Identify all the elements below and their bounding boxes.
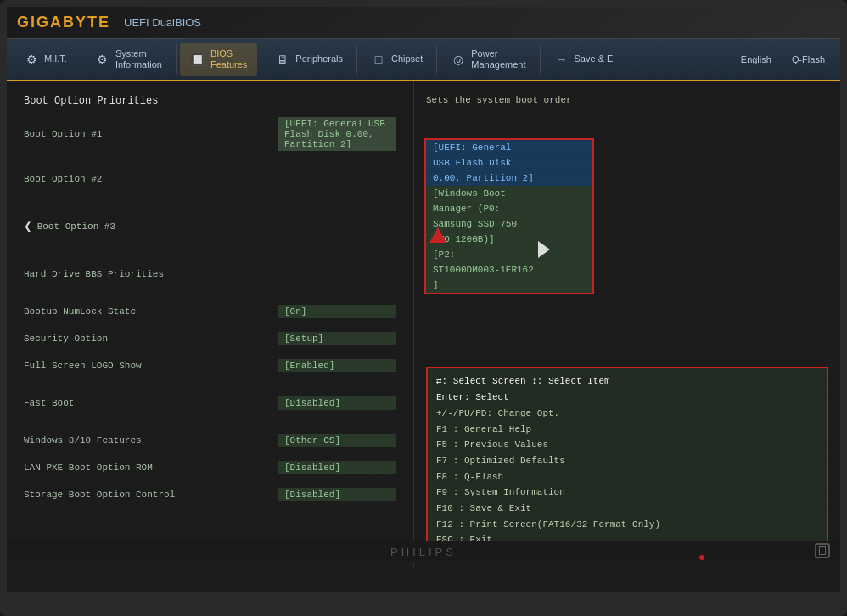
corner-icon bbox=[815, 543, 830, 558]
nav-bios[interactable]: 🔲 BIOSFeatures bbox=[180, 43, 257, 76]
nav-divider-3 bbox=[261, 44, 261, 75]
main-nav: ⚙ M.I.T. ⚙ SystemInformation 🔲 BIOSFeatu… bbox=[7, 39, 840, 81]
hint-select-screen: ⇄: Select Screen ↕: Select Item bbox=[436, 373, 818, 389]
dropdown-item-uefi[interactable]: [UEFI: General bbox=[426, 140, 592, 155]
numlock-value: [On] bbox=[278, 305, 396, 318]
back-arrow-icon[interactable]: ❮ bbox=[24, 218, 32, 235]
dropdown-item-manager[interactable]: Manager (P0: bbox=[426, 201, 592, 216]
nav-hints-container: ⇄: Select Screen ↕: Select Item Enter: S… bbox=[426, 367, 828, 555]
nav-right-items: English Q-Flash bbox=[732, 51, 833, 68]
nav-bios-label: BIOSFeatures bbox=[210, 48, 247, 70]
dropdown-item-st2[interactable]: ] bbox=[426, 277, 592, 293]
power-icon: ◎ bbox=[451, 52, 466, 67]
system-icon: ⚙ bbox=[95, 52, 110, 67]
logo-value: [Enabled] bbox=[278, 359, 396, 372]
nav-divider-5 bbox=[436, 44, 437, 75]
security-value: [Setup] bbox=[278, 332, 396, 345]
peripherals-icon: 🖥 bbox=[275, 52, 290, 67]
dropdown-item-st1[interactable]: ST1000DM003-1ER162 bbox=[426, 262, 592, 277]
nav-mit[interactable]: ⚙ M.I.T. bbox=[14, 47, 77, 72]
option-row-lanpxe[interactable]: LAN PXE Boot Option ROM [Disabled] bbox=[24, 458, 396, 477]
option-row-security[interactable]: Security Option [Setup] bbox=[24, 329, 396, 348]
hint-f5: F5 : Previous Values bbox=[436, 437, 818, 453]
spacer-8 bbox=[24, 421, 396, 431]
dropdown-item-usb[interactable]: USB Flash Disk bbox=[426, 155, 592, 171]
nav-divider-4 bbox=[356, 44, 357, 75]
right-arrow-pointer bbox=[538, 241, 550, 258]
nav-divider-2 bbox=[176, 44, 177, 75]
spacer-3 bbox=[24, 207, 396, 217]
spacer-2 bbox=[24, 197, 396, 207]
security-label: Security Option bbox=[24, 333, 278, 344]
main-content: Boot Option Priorities Boot Option #1 [U… bbox=[7, 81, 840, 568]
dropdown-item-samsung[interactable]: Samsung SSD 750 bbox=[426, 216, 592, 232]
boot3-label: Boot Option #3 bbox=[37, 221, 396, 232]
language-selector[interactable]: English bbox=[732, 51, 780, 68]
hint-f10: F10 : Save & Exit bbox=[436, 501, 818, 517]
chipset-icon: □ bbox=[371, 52, 386, 67]
hint-f7: F7 : Optimized Defaults bbox=[436, 453, 818, 469]
spacer-4 bbox=[24, 244, 396, 255]
hint-f12: F12 : Print Screen(FAT16/32 Format Only) bbox=[436, 517, 818, 533]
lanpxe-value: [Disabled] bbox=[278, 461, 396, 474]
philips-logo: PHILIPS bbox=[390, 546, 457, 558]
qflash-button[interactable]: Q-Flash bbox=[783, 51, 833, 68]
nav-power[interactable]: ◎ PowerManagement bbox=[440, 43, 536, 76]
boot1-label: Boot Option #1 bbox=[24, 129, 278, 139]
nav-save[interactable]: → Save & E bbox=[544, 47, 624, 72]
option-row-logo[interactable]: Full Screen LOGO Show [Enabled] bbox=[24, 356, 396, 375]
nav-mit-label: M.I.T. bbox=[44, 53, 67, 64]
boot-option-dropdown[interactable]: [UEFI: General USB Flash Disk 0.00, Part… bbox=[424, 138, 594, 294]
system-hint: Sets the system boot order bbox=[426, 95, 828, 105]
storage-label: Storage Boot Option Control bbox=[24, 490, 278, 500]
hdd-label: Hard Drive BBS Priorities bbox=[24, 269, 396, 279]
hint-enter-select: Enter: Select bbox=[436, 389, 818, 406]
lanpxe-label: LAN PXE Boot Option ROM bbox=[24, 462, 278, 473]
left-panel: Boot Option Priorities Boot Option #1 [U… bbox=[7, 81, 414, 568]
nav-chipset-label: Chipset bbox=[391, 53, 423, 64]
option-row-numlock[interactable]: Bootup NumLock State [On] bbox=[24, 302, 396, 321]
dropdown-item-partition[interactable]: 0.00, Partition 2] bbox=[426, 171, 592, 186]
nav-peripherals[interactable]: 🖥 Peripherals bbox=[265, 47, 353, 72]
nav-system[interactable]: ⚙ SystemInformation bbox=[85, 43, 172, 76]
fastboot-value: [Disabled] bbox=[278, 396, 396, 410]
nav-peripherals-label: Peripherals bbox=[295, 53, 343, 64]
option-row-fastboot[interactable]: Fast Boot [Disabled] bbox=[24, 394, 396, 412]
win-value: [Other OS] bbox=[278, 434, 396, 447]
brand-bar: GIGABYTE UEFI DualBIOS bbox=[7, 7, 840, 39]
gigabyte-logo: GIGABYTE bbox=[17, 14, 110, 31]
boot2-label: Boot Option #2 bbox=[24, 174, 396, 184]
hint-change-opt: +/-/PU/PD: Change Opt. bbox=[436, 406, 818, 422]
dropdown-item-p2[interactable]: [P2: bbox=[426, 247, 592, 262]
nav-power-label: PowerManagement bbox=[471, 48, 525, 70]
logo-label: Full Screen LOGO Show bbox=[24, 361, 278, 371]
bios-icon: 🔲 bbox=[190, 52, 205, 67]
mit-icon: ⚙ bbox=[24, 52, 39, 67]
option-row-boot2[interactable]: Boot Option #2 bbox=[24, 170, 396, 188]
dropdown-arrow-up bbox=[429, 227, 446, 243]
option-row-boot1[interactable]: Boot Option #1 [UEFI: General USBFlash D… bbox=[24, 117, 396, 151]
dropdown-item-evo[interactable]: EVO 120GB)] bbox=[426, 232, 592, 247]
boot1-value: [UEFI: General USBFlash Disk 0.00,Partit… bbox=[278, 117, 396, 151]
win-label: Windows 8/10 Features bbox=[24, 435, 278, 445]
option-row-boot3[interactable]: ❮ Boot Option #3 bbox=[24, 217, 396, 236]
nav-divider-1 bbox=[81, 44, 81, 75]
option-row-storage[interactable]: Storage Boot Option Control [Disabled] bbox=[24, 485, 396, 504]
nav-save-label: Save & E bbox=[575, 53, 614, 64]
nav-chipset[interactable]: □ Chipset bbox=[361, 47, 433, 72]
save-icon: → bbox=[554, 52, 569, 67]
storage-value: [Disabled] bbox=[278, 488, 396, 501]
monitor-bezel: GIGABYTE UEFI DualBIOS ⚙ M.I.T. ⚙ System… bbox=[0, 0, 847, 616]
option-row-win[interactable]: Windows 8/10 Features [Other OS] bbox=[24, 431, 396, 450]
dropdown-item-windows[interactable]: [Windows Boot bbox=[426, 186, 592, 201]
hint-f8: F8 : Q-Flash bbox=[436, 469, 818, 485]
bios-screen: GIGABYTE UEFI DualBIOS ⚙ M.I.T. ⚙ System… bbox=[7, 7, 840, 592]
uefi-label: UEFI DualBIOS bbox=[124, 16, 201, 29]
spacer-6 bbox=[24, 292, 396, 302]
hint-f1: F1 : General Help bbox=[436, 422, 818, 438]
nav-system-label: SystemInformation bbox=[115, 48, 162, 70]
red-dot-indicator bbox=[699, 555, 704, 560]
option-row-hdd[interactable]: Hard Drive BBS Priorities bbox=[24, 265, 396, 283]
spacer-7 bbox=[24, 384, 396, 394]
fastboot-label: Fast Boot bbox=[24, 398, 278, 408]
